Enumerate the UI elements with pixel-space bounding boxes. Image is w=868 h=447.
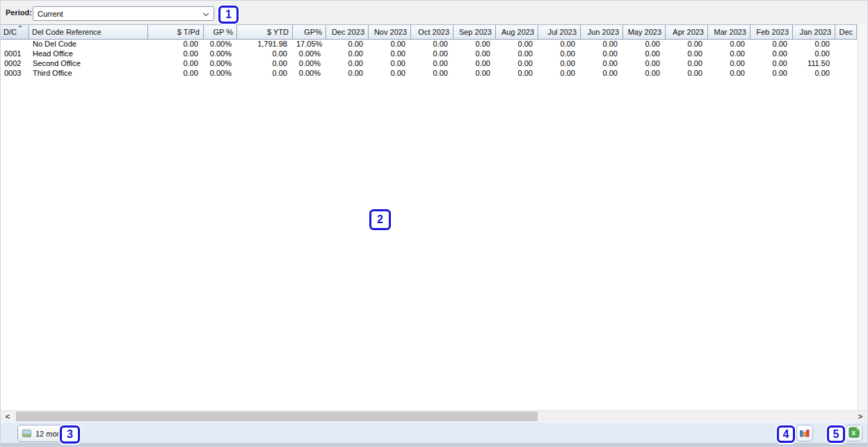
cell: 0.00 <box>666 69 708 79</box>
column-header-oct-2023[interactable]: Oct 2023 <box>411 25 453 40</box>
cell: 0.00 <box>750 69 793 79</box>
cell <box>835 59 857 69</box>
cell: 0.00 <box>411 69 453 79</box>
column-header-gp[interactable]: GP % <box>204 25 237 40</box>
cell: 0.00 <box>148 69 204 79</box>
column-header-t-pd[interactable]: $ T/Pd <box>148 25 204 40</box>
cell: 111.50 <box>793 59 835 69</box>
bar-chart-button[interactable] <box>796 425 813 441</box>
column-header-apr-2023[interactable]: Apr 2023 <box>666 25 708 40</box>
chart-thumbnail-icon <box>22 430 31 437</box>
annotation-2: 2 <box>369 209 391 230</box>
cell: 0.00% <box>293 59 326 69</box>
column-header-gp[interactable]: GP% <box>293 25 326 40</box>
cell: 0.00 <box>581 59 623 69</box>
cell: 0.00 <box>326 59 369 69</box>
cell: 0.00 <box>453 59 496 69</box>
cell: 0.00 <box>581 49 623 59</box>
cell: 0.00% <box>204 59 237 69</box>
column-header-d-c[interactable]: D/Cˆ <box>1 25 29 40</box>
cell: 0.00 <box>793 40 835 49</box>
cell: 0.00 <box>496 49 538 59</box>
cell: 0.00 <box>793 69 835 79</box>
cell: 0.00% <box>204 69 237 79</box>
cell <box>835 40 857 49</box>
column-header-sep-2023[interactable]: Sep 2023 <box>453 25 496 40</box>
cell: 0.00% <box>293 49 326 59</box>
cell: Third Office <box>29 69 148 79</box>
annotation-1: 1 <box>218 6 239 24</box>
cell: 0.00 <box>623 69 666 79</box>
cell: 0.00 <box>453 49 496 59</box>
column-header-ytd[interactable]: $ YTD <box>237 25 293 40</box>
cell: 0.00 <box>369 40 411 49</box>
column-header-del-code-reference[interactable]: Del Code Reference <box>29 25 148 40</box>
cell: 0.00 <box>750 49 793 59</box>
app-window: Period: Current D/CˆDel Code Reference$ … <box>0 0 868 447</box>
annotation-4: 4 <box>777 425 795 443</box>
vertical-scrollbar[interactable] <box>858 24 868 410</box>
column-header-dec-2023[interactable]: Dec 2023 <box>326 25 369 40</box>
bottom-strip <box>1 443 867 446</box>
cell: 0.00 <box>369 59 411 69</box>
cell: 0.00 <box>623 40 666 49</box>
cell: 0.00 <box>326 69 369 79</box>
horizontal-scrollbar-thumb[interactable] <box>16 412 538 421</box>
cell: 0.00 <box>538 69 581 79</box>
bar-chart-icon <box>800 428 810 439</box>
horizontal-scrollbar[interactable]: < > <box>1 410 867 423</box>
column-header-mar-2023[interactable]: Mar 2023 <box>708 25 750 40</box>
cell: 17.05% <box>293 40 326 49</box>
table-row[interactable]: 0002Second Office0.000.00%0.000.00%0.000… <box>1 59 858 69</box>
table-header-row: D/CˆDel Code Reference$ T/PdGP %$ YTDGP%… <box>1 24 858 40</box>
period-select-value: Current <box>38 10 63 18</box>
cell: 0.00 <box>148 49 204 59</box>
scroll-left-arrow[interactable]: < <box>2 411 13 422</box>
cell: 0.00 <box>411 59 453 69</box>
statusbar <box>1 422 867 444</box>
column-header-may-2023[interactable]: May 2023 <box>623 25 666 40</box>
cell: 0.00 <box>411 40 453 49</box>
annotation-5: 5 <box>827 425 845 443</box>
chevron-down-icon <box>202 13 209 17</box>
cell: 0001 <box>1 49 29 59</box>
scroll-right-arrow[interactable]: > <box>855 411 866 422</box>
cell: Second Office <box>29 59 148 69</box>
column-header-jan-2023[interactable]: Jan 2023 <box>793 25 835 40</box>
column-header-jul-2023[interactable]: Jul 2023 <box>538 25 581 40</box>
export-excel-button[interactable]: x <box>846 425 862 441</box>
column-header-aug-2023[interactable]: Aug 2023 <box>496 25 538 40</box>
column-header-nov-2023[interactable]: Nov 2023 <box>369 25 411 40</box>
cell: 0.00 <box>496 59 538 69</box>
period-select[interactable]: Current <box>33 6 214 21</box>
cell: 0.00 <box>750 59 793 69</box>
cell: 0.00 <box>666 59 708 69</box>
cell: 0.00 <box>237 69 293 79</box>
cell: Head Office <box>29 49 148 59</box>
sort-ascending-icon: ˆ <box>19 25 22 33</box>
delivery-code-table: D/CˆDel Code Reference$ T/PdGP %$ YTDGP%… <box>1 24 858 410</box>
cell: 0.00 <box>750 40 793 49</box>
column-header-dec[interactable]: Dec <box>835 25 857 40</box>
cell: 0.00 <box>708 59 750 69</box>
topbar: Period: Current <box>1 1 867 24</box>
column-header-feb-2023[interactable]: Feb 2023 <box>750 25 793 40</box>
cell: 0.00 <box>237 49 293 59</box>
table-row[interactable]: No Del Code0.000.00%1,791.9817.05%0.000.… <box>1 40 858 49</box>
cell: 0.00 <box>538 59 581 69</box>
table-row[interactable]: 0001Head Office0.000.00%0.000.00%0.000.0… <box>1 49 858 59</box>
cell: 0.00 <box>369 69 411 79</box>
annotation-3: 3 <box>60 425 80 444</box>
excel-export-icon: x <box>849 427 860 439</box>
cell: 0.00 <box>148 40 204 49</box>
cell: 0.00 <box>411 49 453 59</box>
cell: 0.00 <box>148 59 204 69</box>
table-row[interactable]: 0003Third Office0.000.00%0.000.00%0.000.… <box>1 69 858 79</box>
cell: 0.00 <box>237 59 293 69</box>
cell: 0.00% <box>293 69 326 79</box>
cell: 1,791.98 <box>237 40 293 49</box>
column-header-jun-2023[interactable]: Jun 2023 <box>581 25 623 40</box>
cell: 0.00 <box>708 40 750 49</box>
cell <box>1 40 29 49</box>
cell: 0.00 <box>496 69 538 79</box>
